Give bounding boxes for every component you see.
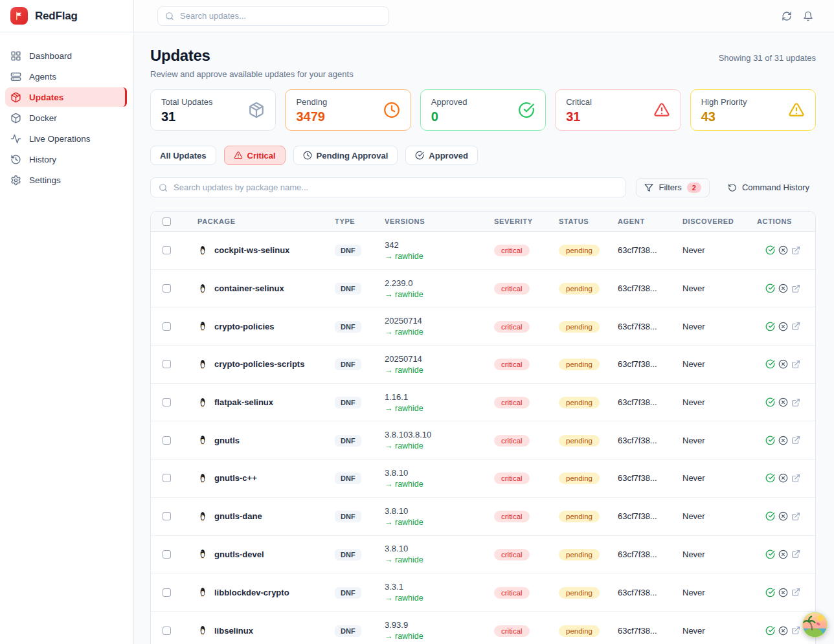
row-checkbox[interactable] (163, 436, 171, 445)
row-checkbox[interactable] (163, 627, 171, 635)
discovered-value: Never (682, 550, 757, 559)
stat-value: 0 (431, 109, 468, 124)
agent-id: 63cf7f38... (618, 397, 682, 407)
filters-button[interactable]: Filters 2 (636, 178, 710, 197)
stat-value: 31 (566, 109, 592, 124)
penguin-icon (197, 435, 208, 445)
open-external-button[interactable] (791, 626, 800, 635)
row-checkbox[interactable] (163, 398, 171, 406)
row-checkbox[interactable] (163, 588, 171, 597)
version-target: → rawhide (385, 404, 494, 413)
sidebar-item-docker[interactable]: Docker (5, 108, 127, 128)
dismiss-button[interactable] (778, 511, 788, 521)
column-header-agent: AGENT (618, 217, 682, 225)
sidebar-item-history[interactable]: History (5, 150, 127, 169)
dismiss-button[interactable] (778, 359, 788, 369)
row-checkbox[interactable] (163, 246, 171, 254)
search-icon (159, 183, 168, 192)
table-row: crypto-policiesDNF20250714→ rawhidecriti… (151, 307, 815, 346)
package-name: gnutls-dane (214, 511, 262, 521)
stat-value: 3479 (296, 109, 327, 124)
filter-tab-pending[interactable]: Pending Approval (293, 146, 398, 165)
dismiss-button[interactable] (778, 626, 788, 636)
open-external-button[interactable] (791, 284, 800, 293)
package-search[interactable] (150, 177, 626, 197)
row-checkbox[interactable] (163, 512, 171, 520)
approve-button[interactable] (765, 245, 775, 255)
row-checkbox[interactable] (163, 474, 171, 482)
select-all-checkbox[interactable] (163, 217, 171, 226)
dismiss-button[interactable] (778, 550, 788, 559)
command-history-button[interactable]: Command History (721, 178, 816, 197)
dismiss-button[interactable] (778, 588, 788, 597)
open-external-button[interactable] (791, 436, 800, 445)
severity-badge: critical (494, 472, 530, 484)
severity-badge: critical (494, 245, 530, 256)
filter-tab-critical[interactable]: Critical (224, 146, 286, 165)
row-checkbox[interactable] (163, 360, 171, 368)
filter-tab-approved[interactable]: Approved (405, 146, 478, 165)
type-badge: DNF (335, 245, 361, 256)
sidebar-item-label: Docker (29, 113, 57, 123)
sidebar-item-label: Updates (29, 93, 63, 102)
filter-tab-label: Pending Approval (317, 151, 389, 161)
stat-label: Total Updates (161, 97, 213, 107)
stat-label: Approved (431, 97, 468, 107)
version-target: → rawhide (385, 441, 494, 450)
settings-icon (10, 175, 21, 186)
version-target: → rawhide (385, 632, 494, 641)
column-header-package: PACKAGE (197, 217, 335, 225)
agent-id: 63cf7f38... (618, 359, 682, 369)
sidebar-item-settings[interactable]: Settings (5, 170, 127, 190)
global-search-input[interactable] (180, 11, 381, 21)
filter-tab-all[interactable]: All Updates (150, 146, 216, 165)
version-current: 1.16.1 (385, 392, 494, 402)
approve-button[interactable] (765, 283, 775, 293)
stat-card-high: High Priority43 (690, 89, 816, 131)
approve-button[interactable] (765, 550, 775, 559)
sidebar-item-dashboard[interactable]: Dashboard (5, 46, 127, 65)
open-external-button[interactable] (791, 512, 800, 521)
brand-name: RedFlag (35, 10, 78, 23)
approve-button[interactable] (765, 626, 775, 636)
approve-button[interactable] (765, 322, 775, 331)
approve-button[interactable] (765, 397, 775, 407)
row-checkbox[interactable] (163, 550, 171, 559)
row-checkbox[interactable] (163, 322, 171, 331)
approve-button[interactable] (765, 588, 775, 597)
dismiss-button[interactable] (778, 436, 788, 445)
discovered-value: Never (682, 283, 757, 293)
approve-button[interactable] (765, 436, 775, 445)
dismiss-button[interactable] (778, 322, 788, 331)
package-search-input[interactable] (174, 183, 618, 192)
row-checkbox[interactable] (163, 284, 171, 293)
open-external-button[interactable] (791, 322, 800, 331)
dismiss-button[interactable] (778, 397, 788, 407)
open-external-button[interactable] (791, 474, 800, 483)
approve-button[interactable] (765, 473, 775, 483)
open-external-button[interactable] (791, 550, 800, 559)
open-external-button[interactable] (791, 398, 800, 407)
sidebar-nav: DashboardAgentsUpdatesDockerLive Operati… (0, 32, 133, 190)
approve-button[interactable] (765, 359, 775, 369)
global-search[interactable] (157, 6, 389, 26)
dismiss-button[interactable] (778, 283, 788, 293)
discovered-value: Never (682, 511, 757, 521)
discovered-value: Never (682, 397, 757, 407)
dismiss-button[interactable] (778, 245, 788, 255)
refresh-icon[interactable] (782, 11, 792, 21)
bell-icon[interactable] (803, 11, 813, 21)
approve-button[interactable] (765, 511, 775, 521)
open-external-button[interactable] (791, 360, 800, 369)
island-easter-egg-button[interactable] (802, 612, 828, 638)
dismiss-button[interactable] (778, 473, 788, 483)
open-external-button[interactable] (791, 246, 800, 255)
open-external-button[interactable] (791, 588, 800, 597)
sidebar-item-updates[interactable]: Updates (5, 87, 127, 107)
sidebar-item-live-operations[interactable]: Live Operations (5, 129, 127, 148)
sidebar-item-agents[interactable]: Agents (5, 67, 127, 86)
table-row: cockpit-ws-selinuxDNF342→ rawhidecritica… (151, 232, 815, 270)
version-current: 3.8.10 (385, 468, 494, 478)
table-body: cockpit-ws-selinuxDNF342→ rawhidecritica… (151, 232, 815, 644)
penguin-icon (197, 359, 208, 370)
